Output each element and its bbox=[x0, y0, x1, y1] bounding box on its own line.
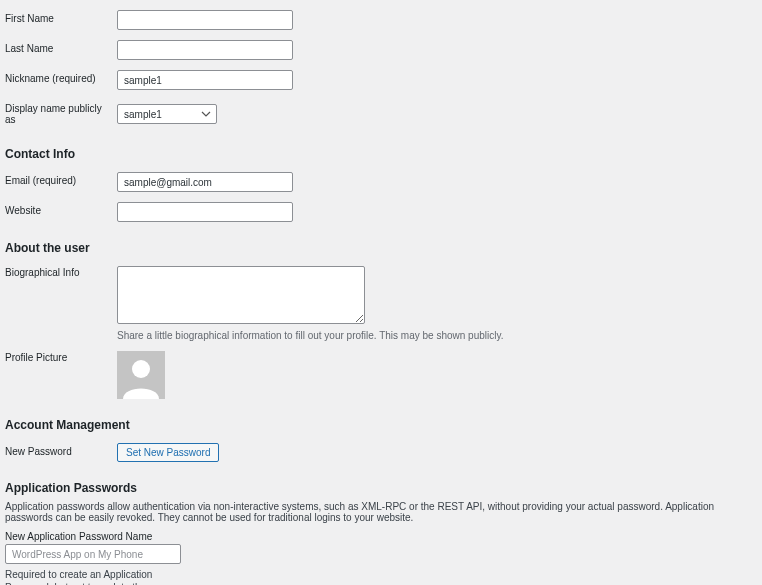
name-fields-table: First Name Last Name Nickname (required)… bbox=[5, 5, 757, 133]
new-password-label: New Password bbox=[5, 438, 117, 467]
app-passwords-heading: Application Passwords bbox=[5, 481, 757, 495]
account-fields-table: New Password Set New Password bbox=[5, 438, 757, 467]
set-new-password-button[interactable]: Set New Password bbox=[117, 443, 219, 462]
first-name-label: First Name bbox=[5, 5, 117, 35]
contact-fields-table: Email (required) Website bbox=[5, 167, 757, 227]
bio-label: Biographical Info bbox=[5, 261, 117, 346]
avatar bbox=[117, 351, 165, 399]
email-label: Email (required) bbox=[5, 167, 117, 197]
nickname-label: Nickname (required) bbox=[5, 65, 117, 95]
about-user-heading: About the user bbox=[5, 241, 757, 255]
app-passwords-section: Application passwords allow authenticati… bbox=[5, 501, 757, 585]
bio-textarea[interactable] bbox=[117, 266, 365, 324]
app-password-name-input[interactable] bbox=[5, 544, 181, 564]
display-name-label: Display name publicly as bbox=[5, 95, 117, 133]
first-name-input[interactable] bbox=[117, 10, 293, 30]
last-name-input[interactable] bbox=[117, 40, 293, 60]
person-icon bbox=[117, 351, 165, 399]
account-mgmt-heading: Account Management bbox=[5, 418, 757, 432]
profile-picture-label: Profile Picture bbox=[5, 346, 117, 404]
app-passwords-intro: Application passwords allow authenticati… bbox=[5, 501, 757, 523]
nickname-input[interactable] bbox=[117, 70, 293, 90]
svg-point-0 bbox=[132, 360, 150, 378]
app-password-help: Required to create an Application Passwo… bbox=[5, 568, 165, 585]
display-name-select[interactable]: sample1 bbox=[117, 104, 217, 124]
website-input[interactable] bbox=[117, 202, 293, 222]
contact-info-heading: Contact Info bbox=[5, 147, 757, 161]
email-input[interactable] bbox=[117, 172, 293, 192]
website-label: Website bbox=[5, 197, 117, 227]
about-fields-table: Biographical Info Share a little biograp… bbox=[5, 261, 757, 404]
bio-help: Share a little biographical information … bbox=[117, 330, 757, 341]
app-password-name-label: New Application Password Name bbox=[5, 531, 757, 542]
last-name-label: Last Name bbox=[5, 35, 117, 65]
